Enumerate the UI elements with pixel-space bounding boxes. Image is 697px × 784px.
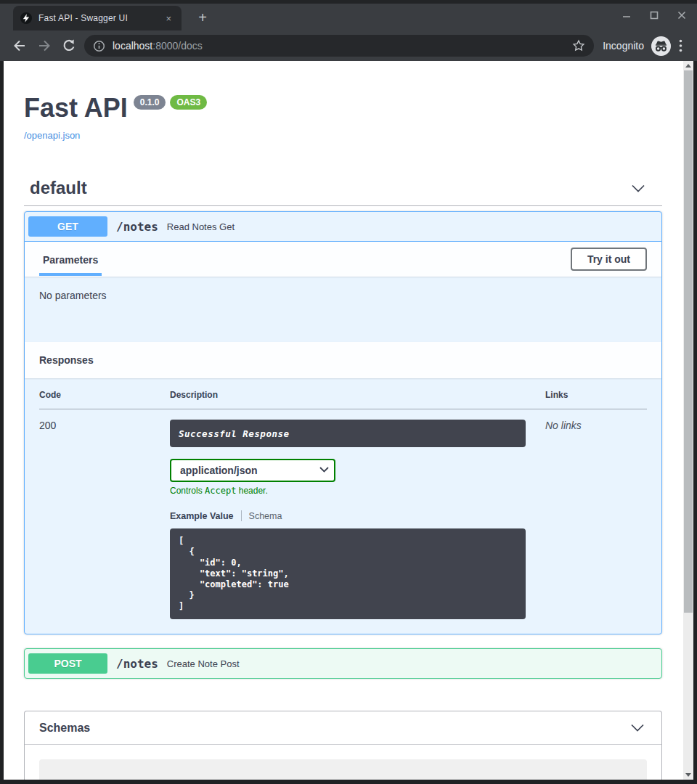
response-description-panel: Successful Response: [170, 420, 526, 447]
post-summary-row[interactable]: POST /notes Create Note Post: [25, 649, 661, 678]
swagger-ui: Fast API 0.1.0 OAS3 /openapi.json defaul…: [4, 61, 683, 780]
tab-title: Fast API - Swagger UI: [38, 13, 156, 23]
post-method-button[interactable]: POST: [28, 653, 107, 674]
accept-header-note: Controls Accept header.: [170, 486, 545, 496]
schemas-chevron-icon[interactable]: [631, 724, 644, 732]
page-viewport: Fast API 0.1.0 OAS3 /openapi.json defaul…: [4, 61, 683, 780]
responses-body: Code Description Links 200: [25, 378, 661, 634]
url-path: :8000/docs: [152, 40, 203, 52]
url-text[interactable]: localhost:8000/docs: [113, 40, 203, 52]
collapse-chevron-icon[interactable]: [632, 184, 645, 192]
scrollbar-thumb[interactable]: [684, 70, 693, 613]
model-example-tabs: Example Value Schema: [170, 510, 545, 521]
schemas-title: Schemas: [39, 722, 90, 735]
get-summary-row[interactable]: GET /notes Read Notes Get: [25, 212, 661, 242]
new-tab-button[interactable]: +: [193, 9, 212, 25]
accept-note-prefix: Controls: [170, 486, 205, 496]
close-window-button[interactable]: [677, 10, 687, 20]
get-path: /notes: [116, 220, 158, 234]
response-code: 200: [39, 409, 170, 620]
browser-window: Fast API - Swagger UI × +: [0, 0, 697, 784]
tab-schema[interactable]: Schema: [249, 511, 282, 521]
response-description-cell: Successful Response application/json: [170, 409, 545, 620]
tab-strip: Fast API - Swagger UI × +: [0, 4, 697, 30]
scroll-down-icon[interactable]: [683, 770, 693, 780]
example-value-code: [ { "id": 0, "text": "string", "complete…: [170, 528, 526, 619]
incognito-label: Incognito: [603, 40, 644, 52]
api-badges: 0.1.0 OAS3: [134, 95, 207, 110]
tag-title: default: [30, 178, 87, 198]
parameters-header: Parameters Try it out: [25, 242, 661, 277]
response-row-200: 200 Successful Response application/json: [39, 409, 647, 620]
responses-table: Code Description Links 200: [39, 390, 647, 619]
minimize-button[interactable]: [621, 10, 632, 20]
api-title-row: Fast API 0.1.0 OAS3: [24, 93, 662, 123]
api-info: Fast API 0.1.0 OAS3 /openapi.json: [24, 93, 662, 142]
parameters-pane: No parameters: [25, 277, 661, 342]
get-summary-text: Read Notes Get: [167, 221, 235, 232]
browser-tab[interactable]: Fast API - Swagger UI ×: [13, 6, 182, 30]
back-icon[interactable]: [7, 35, 32, 57]
tab-close-icon[interactable]: ×: [163, 12, 174, 25]
api-title: Fast API: [24, 93, 128, 123]
no-parameters-text: No parameters: [39, 290, 107, 301]
browser-toolbar: localhost:8000/docs Incognito: [0, 30, 697, 61]
accept-note-suffix: header.: [236, 486, 267, 496]
forward-icon[interactable]: [32, 35, 57, 57]
page-info-icon[interactable]: [93, 40, 105, 52]
version-badge: 0.1.0: [134, 95, 166, 110]
window-controls: [621, 10, 687, 20]
schemas-body: Note: [25, 745, 661, 780]
fastapi-favicon-icon: [20, 12, 32, 24]
responses-header: Responses: [25, 342, 661, 378]
tag-section-default: default GET /notes Read Notes Get: [24, 178, 662, 679]
browser-menu-icon[interactable]: [671, 35, 690, 57]
maximize-button[interactable]: [649, 10, 659, 20]
bookmark-star-icon[interactable]: [572, 39, 585, 52]
incognito-icon: [651, 36, 671, 56]
post-summary-text: Create Note Post: [167, 658, 240, 669]
address-bar[interactable]: localhost:8000/docs: [84, 35, 594, 57]
get-method-button[interactable]: GET: [28, 216, 107, 237]
schemas-header[interactable]: Schemas: [25, 711, 661, 745]
tab-divider: [241, 510, 242, 521]
tag-header-default[interactable]: default: [24, 178, 662, 206]
oas3-badge: OAS3: [170, 95, 207, 110]
scroll-up-icon[interactable]: [683, 61, 693, 70]
response-links: No links: [545, 409, 647, 620]
page-scrollbar[interactable]: [683, 61, 693, 780]
browser-chrome: Fast API - Swagger UI × +: [0, 0, 697, 61]
openapi-spec-link[interactable]: /openapi.json: [24, 130, 80, 141]
links-column-header: Links: [545, 390, 647, 409]
responses-title: Responses: [39, 354, 94, 366]
media-type-select[interactable]: application/json: [170, 459, 335, 482]
opblock-post-notes: POST /notes Create Note Post: [24, 648, 662, 679]
opblock-get-notes: GET /notes Read Notes Get Parameters Try…: [24, 211, 662, 634]
description-column-header: Description: [170, 390, 545, 409]
url-host: localhost: [113, 40, 152, 52]
accept-note-code: Accept: [205, 486, 236, 496]
schemas-section: Schemas Note: [24, 711, 662, 780]
tab-parameters[interactable]: Parameters: [39, 243, 102, 276]
media-type-wrapper: application/json: [170, 459, 335, 482]
model-note[interactable]: Note: [39, 759, 647, 780]
response-description-text: Successful Response: [179, 428, 290, 439]
reload-icon[interactable]: [57, 35, 81, 57]
post-path: /notes: [116, 657, 158, 671]
try-it-out-button[interactable]: Try it out: [571, 248, 647, 271]
code-column-header: Code: [39, 390, 170, 409]
tab-example-value[interactable]: Example Value: [170, 511, 234, 521]
